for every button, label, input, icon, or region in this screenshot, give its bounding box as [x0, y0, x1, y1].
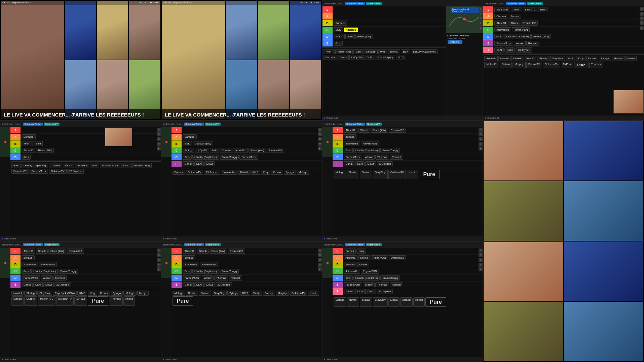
bn-DoZz: DoZz — [396, 55, 406, 60]
gear-icons-r32: ⚙ ⚙ ⚙ ⚙ ▼ — [479, 249, 483, 271]
name-Balti-1: Balti — [345, 34, 355, 39]
gear-icon-2-3[interactable]: ⚙ — [157, 137, 161, 141]
gear-r32-5[interactable]: ▼ — [479, 267, 483, 271]
gear-icon-3-1[interactable]: ⚙ — [318, 128, 322, 132]
gear-r31-4[interactable]: ⚙ — [318, 263, 322, 267]
gear-r30-3[interactable]: ⚙ — [157, 258, 161, 262]
share-twitter-btn-f2[interactable]: Share on Twitter — [345, 123, 365, 126]
share-twitter-btn-2[interactable]: Share on Twitter — [23, 123, 43, 126]
gear-r31-2[interactable]: ⚙ — [318, 253, 322, 257]
share-fb-r32[interactable]: Share on FB — [366, 243, 382, 246]
share-fb-btn-f2[interactable]: Share on FB — [366, 123, 382, 126]
gear-r31-3[interactable]: ⚙ — [318, 258, 322, 262]
gear-icon-2-4[interactable]: ⚙ — [157, 142, 161, 146]
bottom-username-2: Sanstinoo4 — [4, 237, 16, 240]
gear-icon-4[interactable]: ⚙ — [479, 21, 483, 25]
tl-B-r32: B — [333, 261, 343, 268]
share-twitter-r32[interactable]: Share on Twitter — [345, 243, 365, 246]
tb-B-r30: B Jolavanille Rayan PSN — [10, 261, 161, 268]
tl-D-3: D — [172, 154, 182, 160]
gear-r30-4[interactable]: ⚙ — [157, 263, 161, 267]
gear-icon-1[interactable]: ⚙ — [479, 7, 483, 11]
gear-icon-2-1[interactable]: ⚙ — [157, 128, 161, 132]
tb-F-r32: F Dandi DLN DoZz 23 Jayden — [333, 288, 483, 295]
tier-list-1: S A B Barozee C BSK Abdel91 — [323, 6, 446, 116]
app-url-3: tierlistmaker.com/... — [163, 123, 183, 125]
gear-icon-3[interactable]: ⚙ — [479, 17, 483, 21]
app-url-r31: tierlistmaker.com/... — [163, 243, 183, 246]
gear-icon-2[interactable]: ⚙ — [479, 12, 483, 16]
gear-icon-2-5[interactable]: ▼ — [157, 146, 161, 151]
gear-icon-3-4[interactable]: ⚙ — [318, 142, 322, 146]
share-twitter-btn-3[interactable]: Share on Twitter — [184, 123, 204, 126]
gear-icon-f2-3[interactable]: ⚙ — [479, 137, 483, 141]
gear-icon-f1-4[interactable]: ⚙ — [640, 21, 644, 25]
tier-band-D-f1: D 0ms LéaLily (Capitaine) EmmaZougg — [483, 33, 644, 40]
gear-icon-f2-2[interactable]: ⚙ — [479, 132, 483, 136]
tn-S-2 — [21, 127, 161, 133]
bottom-bar-3: ● Sanstinoo4 — [161, 236, 322, 241]
gear-r30-1[interactable]: ⚙ — [157, 249, 161, 253]
share-fb-btn-1[interactable]: Share on FB — [366, 2, 382, 5]
vf2-face-1 — [483, 242, 563, 302]
tier-label-E-f1: E — [483, 40, 493, 46]
gear-icon-f2-5[interactable]: ▼ — [479, 146, 483, 151]
share-twitter-r30[interactable]: Share on Twitter — [23, 243, 43, 246]
gear-icon-f1-3[interactable]: ⚙ — [640, 17, 644, 21]
share-twitter-btn-1[interactable]: Share on Twitter — [345, 2, 365, 5]
en-Khalid: Khalid — [511, 56, 523, 61]
share-fb-btn-f1[interactable]: Share on FB — [527, 2, 542, 5]
n-Shreik-r31: Shreik — [197, 249, 209, 254]
en-KMS-r30: KMS — [77, 291, 87, 296]
gear-r30-5[interactable]: ▼ — [157, 267, 161, 271]
gear-r31-1[interactable]: ⚙ — [318, 249, 322, 253]
gear-r32-1[interactable]: ⚙ — [479, 249, 483, 253]
tl-F-r32: F — [333, 288, 343, 295]
gear-r32-3[interactable]: ⚙ — [479, 258, 483, 262]
bn3-Kmy: Kmy — [261, 170, 270, 175]
gear-r32-2[interactable]: ⚙ — [479, 253, 483, 257]
tn-B-3: BSK Dodow/ Spicy — [182, 140, 322, 147]
share-twitter-r31[interactable]: Share on Twitter — [184, 243, 204, 246]
n-Thomas-r32: Thomas — [375, 282, 389, 287]
app-url-f2: tierlistmaker.com/... — [324, 123, 344, 125]
gear-r32-4[interactable]: ⚙ — [479, 263, 483, 267]
tier-band-D-f2: D Farees/Azar Wezor Thomas Romset — [333, 154, 483, 161]
n-DoZz: DoZz — [504, 47, 515, 53]
gear-r30-2[interactable]: ⚙ — [157, 253, 161, 257]
gear-icon-f2-1[interactable]: ⚙ — [479, 128, 483, 132]
n-DLN-f2: DLN — [355, 161, 365, 166]
tn-S-r32: Farees Kmy — [343, 248, 483, 254]
gear-icon-2-2[interactable]: ⚙ — [157, 132, 161, 136]
en-Kmy-r30: Kmy — [88, 291, 97, 296]
n-RayanPSN-r31: Rayan PSN — [200, 262, 218, 267]
share-twitter-btn-f1[interactable]: Share on Twitter — [506, 2, 526, 5]
tn-S-f2: Abdel91 Shreik Rises (AW) Evamimi92 — [343, 127, 483, 133]
gear-icons-r30: ⚙ ⚙ ⚙ ⚙ ▼ — [157, 249, 161, 271]
share-fb-r31[interactable]: Share on FB — [205, 243, 221, 246]
cell-app-full-1: tierlistmaker.com/... Share on Twitter S… — [483, 0, 644, 121]
gear-icon-3-2[interactable]: ⚙ — [318, 132, 322, 136]
gear-r31-5[interactable]: ▼ — [318, 267, 322, 271]
gear-icon-f1-1[interactable]: ⚙ — [640, 7, 644, 11]
tl-B-3: B — [172, 140, 182, 147]
gear-icon-5[interactable]: ▼ — [479, 26, 483, 30]
gear-icon-f1-2[interactable]: ⚙ — [640, 12, 644, 16]
tier-band-C-3: C 7mln_ LeDjoTV Balti Chroma Abdel91 Ris… — [172, 147, 322, 154]
n-RayanPSN-r32: Rayan PSN — [361, 269, 379, 274]
gear-icon-3-5[interactable]: ▼ — [318, 146, 322, 151]
bottom-username-f2: Sanstinoo4 — [326, 237, 338, 240]
share-fb-btn-3[interactable]: Share on FB — [205, 123, 221, 126]
share-fb-btn-2[interactable]: Share on FB — [44, 123, 60, 126]
share-fb-r30[interactable]: Share on FB — [44, 243, 60, 246]
n-23Jayden-f2: 23 Jayden — [377, 161, 393, 166]
gear-icon-f2-4[interactable]: ⚙ — [479, 142, 483, 146]
bn-BSK: BSK — [401, 49, 410, 54]
subscribe-btn-1[interactable]: S'abonner — [448, 40, 462, 44]
face-b3 — [258, 0, 290, 60]
en-StayStay-r30: StayStay — [37, 291, 52, 296]
gear-icon-f1-5[interactable]: ▼ — [640, 26, 644, 30]
tier-names-C-1: BSK Abdel91 — [333, 27, 446, 33]
n-Jolavanille-r31: Jolavanille — [183, 262, 199, 267]
gear-icon-3-3[interactable]: ⚙ — [318, 137, 322, 141]
